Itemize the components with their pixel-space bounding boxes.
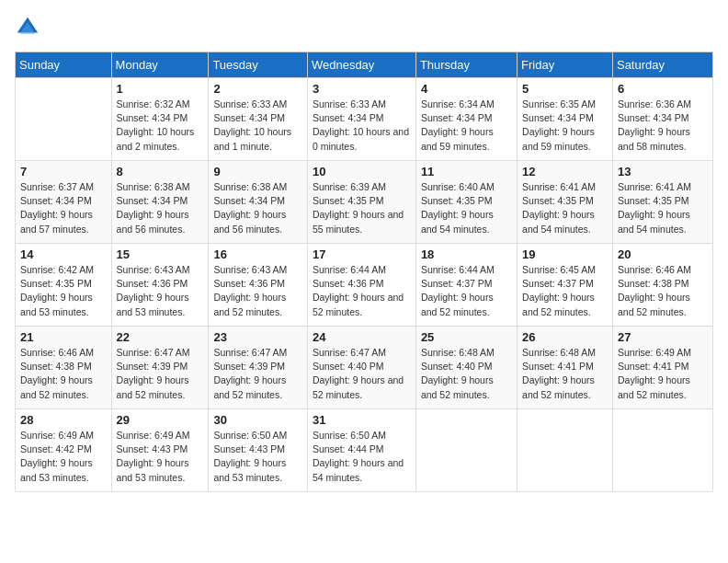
calendar-cell: 4 Sunrise: 6:34 AMSunset: 4:34 PMDayligh… xyxy=(415,78,517,161)
day-number: 31 xyxy=(313,413,411,427)
calendar-table: SundayMondayTuesdayWednesdayThursdayFrid… xyxy=(15,52,713,492)
day-info: Sunrise: 6:38 AMSunset: 4:34 PMDaylight:… xyxy=(213,180,302,236)
day-number: 1 xyxy=(117,82,204,96)
day-number: 20 xyxy=(618,247,708,261)
calendar-cell: 21 Sunrise: 6:46 AMSunset: 4:38 PMDaylig… xyxy=(16,327,112,409)
day-number: 16 xyxy=(213,247,302,261)
calendar-cell: 7 Sunrise: 6:37 AMSunset: 4:34 PMDayligh… xyxy=(16,161,112,244)
header-row: SundayMondayTuesdayWednesdayThursdayFrid… xyxy=(16,52,713,78)
day-info: Sunrise: 6:34 AMSunset: 4:34 PMDaylight:… xyxy=(421,98,512,154)
day-info: Sunrise: 6:39 AMSunset: 4:35 PMDaylight:… xyxy=(313,180,411,236)
calendar-cell: 16 Sunrise: 6:43 AMSunset: 4:36 PMDaylig… xyxy=(209,244,308,327)
header-tuesday: Tuesday xyxy=(209,52,308,78)
day-number: 30 xyxy=(213,413,302,427)
day-info: Sunrise: 6:33 AMSunset: 4:34 PMDaylight:… xyxy=(213,98,302,154)
day-info: Sunrise: 6:50 AMSunset: 4:44 PMDaylight:… xyxy=(313,429,411,485)
week-row-3: 14 Sunrise: 6:42 AMSunset: 4:35 PMDaylig… xyxy=(16,244,713,327)
day-info: Sunrise: 6:43 AMSunset: 4:36 PMDaylight:… xyxy=(117,263,204,319)
day-info: Sunrise: 6:46 AMSunset: 4:38 PMDaylight:… xyxy=(618,263,708,319)
day-number: 25 xyxy=(421,330,512,344)
calendar-cell: 27 Sunrise: 6:49 AMSunset: 4:41 PMDaylig… xyxy=(612,327,712,409)
day-info: Sunrise: 6:43 AMSunset: 4:36 PMDaylight:… xyxy=(213,263,302,319)
day-info: Sunrise: 6:47 AMSunset: 4:39 PMDaylight:… xyxy=(117,346,204,402)
day-info: Sunrise: 6:50 AMSunset: 4:43 PMDaylight:… xyxy=(213,429,302,485)
calendar-cell: 10 Sunrise: 6:39 AMSunset: 4:35 PMDaylig… xyxy=(307,161,415,244)
day-info: Sunrise: 6:42 AMSunset: 4:35 PMDaylight:… xyxy=(20,263,107,319)
header-friday: Friday xyxy=(518,52,613,78)
day-info: Sunrise: 6:37 AMSunset: 4:34 PMDaylight:… xyxy=(20,180,107,236)
calendar-cell: 26 Sunrise: 6:48 AMSunset: 4:41 PMDaylig… xyxy=(518,327,613,409)
day-info: Sunrise: 6:45 AMSunset: 4:37 PMDaylight:… xyxy=(522,263,608,319)
day-info: Sunrise: 6:40 AMSunset: 4:35 PMDaylight:… xyxy=(421,180,512,236)
calendar-cell: 29 Sunrise: 6:49 AMSunset: 4:43 PMDaylig… xyxy=(111,409,209,492)
calendar-cell: 1 Sunrise: 6:32 AMSunset: 4:34 PMDayligh… xyxy=(111,78,209,161)
week-row-1: 1 Sunrise: 6:32 AMSunset: 4:34 PMDayligh… xyxy=(16,78,713,161)
calendar-cell: 8 Sunrise: 6:38 AMSunset: 4:34 PMDayligh… xyxy=(111,161,209,244)
calendar-cell: 28 Sunrise: 6:49 AMSunset: 4:42 PMDaylig… xyxy=(16,409,112,492)
week-row-2: 7 Sunrise: 6:37 AMSunset: 4:34 PMDayligh… xyxy=(16,161,713,244)
calendar-cell: 25 Sunrise: 6:48 AMSunset: 4:40 PMDaylig… xyxy=(415,327,517,409)
day-number: 14 xyxy=(20,247,107,261)
week-row-5: 28 Sunrise: 6:49 AMSunset: 4:42 PMDaylig… xyxy=(16,409,713,492)
day-info: Sunrise: 6:36 AMSunset: 4:34 PMDaylight:… xyxy=(618,98,708,154)
calendar-cell: 23 Sunrise: 6:47 AMSunset: 4:39 PMDaylig… xyxy=(209,327,308,409)
day-number: 5 xyxy=(522,82,608,96)
day-number: 11 xyxy=(421,165,512,178)
day-info: Sunrise: 6:44 AMSunset: 4:37 PMDaylight:… xyxy=(421,263,512,319)
day-number: 24 xyxy=(313,330,411,344)
calendar-cell xyxy=(415,409,517,492)
calendar-cell: 13 Sunrise: 6:41 AMSunset: 4:35 PMDaylig… xyxy=(612,161,712,244)
day-number: 7 xyxy=(20,165,107,178)
header-thursday: Thursday xyxy=(415,52,517,78)
day-number: 4 xyxy=(421,82,512,96)
day-number: 9 xyxy=(213,165,302,178)
day-info: Sunrise: 6:41 AMSunset: 4:35 PMDaylight:… xyxy=(522,180,608,236)
week-row-4: 21 Sunrise: 6:46 AMSunset: 4:38 PMDaylig… xyxy=(16,327,713,409)
day-number: 3 xyxy=(313,82,411,96)
day-number: 12 xyxy=(522,165,608,178)
calendar-cell: 20 Sunrise: 6:46 AMSunset: 4:38 PMDaylig… xyxy=(612,244,712,327)
day-number: 22 xyxy=(117,330,204,344)
calendar-cell: 11 Sunrise: 6:40 AMSunset: 4:35 PMDaylig… xyxy=(415,161,517,244)
day-number: 28 xyxy=(20,413,107,427)
calendar-cell: 9 Sunrise: 6:38 AMSunset: 4:34 PMDayligh… xyxy=(209,161,308,244)
day-number: 18 xyxy=(421,247,512,261)
day-number: 19 xyxy=(522,247,608,261)
calendar-cell xyxy=(518,409,613,492)
day-number: 15 xyxy=(117,247,204,261)
day-info: Sunrise: 6:48 AMSunset: 4:41 PMDaylight:… xyxy=(522,346,608,402)
header-saturday: Saturday xyxy=(612,52,712,78)
day-info: Sunrise: 6:47 AMSunset: 4:40 PMDaylight:… xyxy=(313,346,411,402)
day-info: Sunrise: 6:47 AMSunset: 4:39 PMDaylight:… xyxy=(213,346,302,402)
day-number: 17 xyxy=(313,247,411,261)
calendar-cell: 6 Sunrise: 6:36 AMSunset: 4:34 PMDayligh… xyxy=(612,78,712,161)
calendar-cell: 15 Sunrise: 6:43 AMSunset: 4:36 PMDaylig… xyxy=(111,244,209,327)
day-number: 2 xyxy=(213,82,302,96)
day-number: 26 xyxy=(522,330,608,344)
day-info: Sunrise: 6:33 AMSunset: 4:34 PMDaylight:… xyxy=(313,98,411,154)
day-info: Sunrise: 6:32 AMSunset: 4:34 PMDaylight:… xyxy=(117,98,204,154)
calendar-cell: 22 Sunrise: 6:47 AMSunset: 4:39 PMDaylig… xyxy=(111,327,209,409)
header-sunday: Sunday xyxy=(16,52,112,78)
calendar-cell: 19 Sunrise: 6:45 AMSunset: 4:37 PMDaylig… xyxy=(518,244,613,327)
header-wednesday: Wednesday xyxy=(307,52,415,78)
calendar-cell xyxy=(16,78,112,161)
day-info: Sunrise: 6:49 AMSunset: 4:41 PMDaylight:… xyxy=(618,346,708,402)
day-number: 10 xyxy=(313,165,411,178)
day-number: 6 xyxy=(618,82,708,96)
header-monday: Monday xyxy=(111,52,209,78)
calendar-cell xyxy=(612,409,712,492)
day-info: Sunrise: 6:49 AMSunset: 4:42 PMDaylight:… xyxy=(20,429,107,485)
day-info: Sunrise: 6:49 AMSunset: 4:43 PMDaylight:… xyxy=(117,429,204,485)
calendar-cell: 24 Sunrise: 6:47 AMSunset: 4:40 PMDaylig… xyxy=(307,327,415,409)
day-number: 13 xyxy=(618,165,708,178)
day-info: Sunrise: 6:44 AMSunset: 4:36 PMDaylight:… xyxy=(313,263,411,319)
day-info: Sunrise: 6:41 AMSunset: 4:35 PMDaylight:… xyxy=(618,180,708,236)
day-number: 27 xyxy=(618,330,708,344)
day-info: Sunrise: 6:35 AMSunset: 4:34 PMDaylight:… xyxy=(522,98,608,154)
day-number: 8 xyxy=(117,165,204,178)
calendar-cell: 17 Sunrise: 6:44 AMSunset: 4:36 PMDaylig… xyxy=(307,244,415,327)
calendar-cell: 5 Sunrise: 6:35 AMSunset: 4:34 PMDayligh… xyxy=(518,78,613,161)
calendar-cell: 2 Sunrise: 6:33 AMSunset: 4:34 PMDayligh… xyxy=(209,78,308,161)
calendar-cell: 31 Sunrise: 6:50 AMSunset: 4:44 PMDaylig… xyxy=(307,409,415,492)
